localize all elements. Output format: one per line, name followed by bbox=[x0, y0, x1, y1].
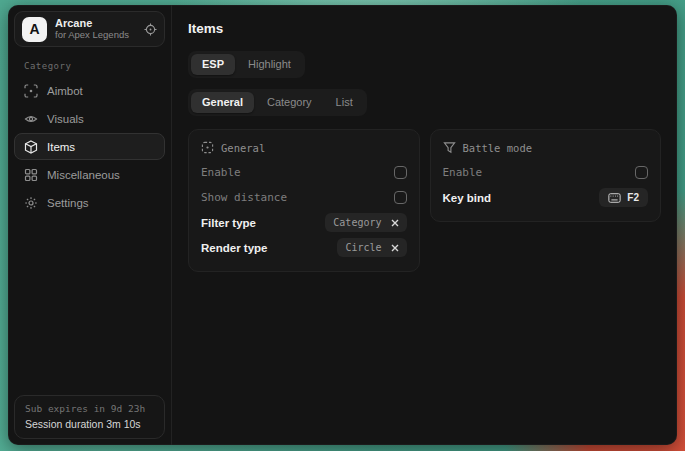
sidebar-item-aimbot[interactable]: Aimbot bbox=[14, 77, 165, 104]
sidebar-item-miscellaneous[interactable]: Miscellaneous bbox=[14, 161, 165, 188]
crosshair-icon bbox=[24, 84, 38, 98]
x-icon[interactable] bbox=[391, 219, 399, 227]
package-icon bbox=[24, 140, 38, 154]
funnel-icon bbox=[443, 141, 456, 154]
tab-highlight[interactable]: Highlight bbox=[237, 54, 302, 75]
setting-row-filter-type: Filter type Category bbox=[201, 210, 407, 235]
battle-enable-checkbox[interactable] bbox=[635, 166, 648, 179]
show-distance-checkbox[interactable] bbox=[394, 191, 407, 204]
brand-card: A Arcane for Apex Legends bbox=[14, 11, 165, 47]
sidebar-item-label: Miscellaneous bbox=[47, 169, 120, 181]
session-duration-text: Session duration 3m 10s bbox=[25, 418, 154, 430]
main-content: Items ESP Highlight General Category Lis… bbox=[172, 5, 677, 445]
sidebar: A Arcane for Apex Legends Category bbox=[8, 5, 172, 445]
target-icon[interactable] bbox=[144, 23, 157, 36]
app-subtitle: for Apex Legends bbox=[55, 30, 129, 40]
card-title: General bbox=[221, 142, 265, 154]
setting-row-enable: Enable bbox=[443, 160, 649, 185]
tab-list[interactable]: List bbox=[325, 92, 364, 113]
render-type-select[interactable]: Circle bbox=[337, 238, 406, 257]
sidebar-item-label: Items bbox=[47, 141, 75, 153]
setting-row-show-distance: Show distance bbox=[201, 185, 407, 210]
battle-mode-card: Battle mode Enable Key bind bbox=[430, 129, 662, 222]
sidebar-item-settings[interactable]: Settings bbox=[14, 189, 165, 216]
page-title: Items bbox=[188, 21, 661, 36]
general-card: General Enable Show distance Filter type… bbox=[188, 129, 420, 272]
tab-general[interactable]: General bbox=[191, 92, 254, 113]
sidebar-item-visuals[interactable]: Visuals bbox=[14, 105, 165, 132]
card-title: Battle mode bbox=[463, 142, 533, 154]
view-tabs: General Category List bbox=[188, 89, 367, 116]
setting-row-enable: Enable bbox=[201, 160, 407, 185]
sidebar-item-label: Aimbot bbox=[47, 85, 83, 97]
logo-letter: A bbox=[29, 21, 39, 37]
key-bind-button[interactable]: F2 bbox=[599, 188, 648, 207]
setting-row-key-bind: Key bind F2 bbox=[443, 185, 649, 210]
keyboard-icon bbox=[608, 193, 621, 203]
filter-type-select[interactable]: Category bbox=[325, 213, 406, 232]
mode-tabs: ESP Highlight bbox=[188, 51, 305, 78]
setting-row-render-type: Render type Circle bbox=[201, 235, 407, 260]
dashed-focus-icon bbox=[201, 141, 214, 154]
enable-checkbox[interactable] bbox=[394, 166, 407, 179]
sidebar-item-items[interactable]: Items bbox=[14, 133, 165, 160]
app-logo: A bbox=[22, 17, 47, 42]
eye-icon bbox=[24, 112, 38, 126]
sub-expires-text: Sub expires in 9d 23h bbox=[25, 403, 154, 414]
sidebar-item-label: Visuals bbox=[47, 113, 84, 125]
sidebar-nav: Aimbot Visuals Items bbox=[14, 77, 165, 216]
x-icon[interactable] bbox=[391, 244, 399, 252]
app-window: A Arcane for Apex Legends Category bbox=[8, 5, 677, 445]
sidebar-section-label: Category bbox=[24, 61, 165, 71]
subscription-info: Sub expires in 9d 23h Session duration 3… bbox=[14, 395, 165, 439]
gear-icon bbox=[24, 196, 38, 210]
sidebar-item-label: Settings bbox=[47, 197, 89, 209]
tab-category[interactable]: Category bbox=[256, 92, 323, 113]
app-title: Arcane bbox=[55, 18, 129, 29]
tab-esp[interactable]: ESP bbox=[191, 54, 235, 75]
grid-icon bbox=[24, 168, 38, 182]
